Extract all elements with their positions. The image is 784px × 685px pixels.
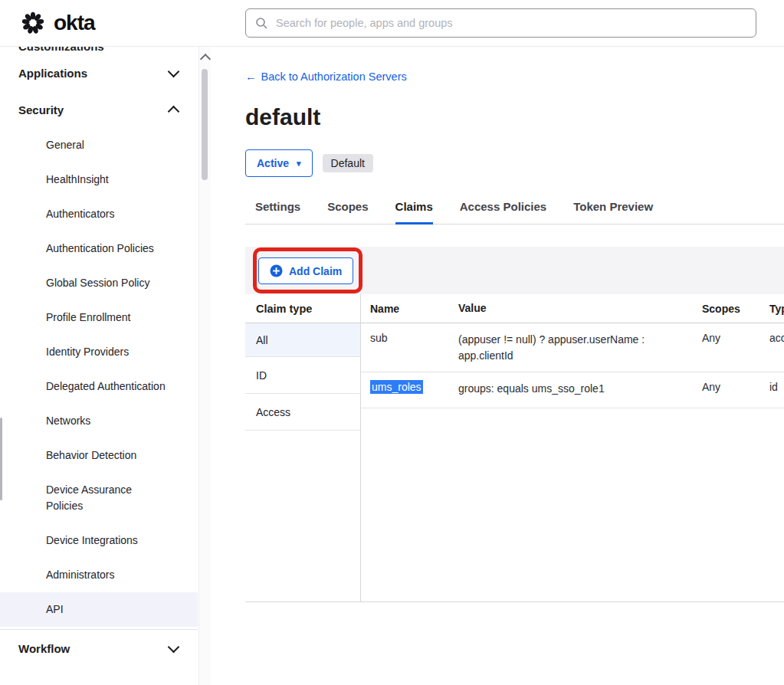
sidebar-item-label: HealthInsight: [46, 172, 109, 188]
claim-value: (appuser != null) ? appuser.userName : a…: [458, 332, 702, 364]
sidebar-section-workflow[interactable]: Workflow: [0, 629, 198, 667]
status-dropdown-button[interactable]: Active ▾: [245, 149, 313, 177]
claims-table: Name Value Scopes Typ sub (appuser != nu…: [361, 294, 784, 601]
sidebar-item-delegated-authentication[interactable]: Delegated Authentication: [0, 369, 198, 404]
okta-logo[interactable]: okta: [20, 10, 95, 36]
sidebar-item-device-integrations[interactable]: Device Integrations: [0, 523, 198, 558]
table-header: Name Value Scopes Typ: [361, 294, 784, 323]
okta-logo-text: okta: [54, 11, 95, 35]
claim-scopes: Any: [702, 381, 769, 393]
sidebar-scrollbar[interactable]: [198, 46, 211, 685]
sidebar-section-label: Workflow: [18, 642, 70, 655]
sidebar-item-label: Administrators: [46, 567, 114, 583]
global-search[interactable]: [245, 8, 756, 38]
sidebar-section-label: Applications: [18, 67, 87, 80]
search-input[interactable]: [274, 16, 746, 30]
search-icon: [255, 17, 267, 29]
sidebar-item-label: General: [46, 137, 84, 153]
main-content: ← Back to Authorization Servers default …: [245, 46, 784, 685]
column-scopes: Scopes: [702, 303, 769, 315]
back-link[interactable]: ← Back to Authorization Servers: [245, 70, 407, 83]
scrollbar-thumb[interactable]: [202, 69, 208, 180]
sidebar-item-behavior-detection[interactable]: Behavior Detection: [0, 438, 198, 473]
claim-type-panel: Claim type All ID Access: [245, 294, 361, 601]
sidebar-item-label: Authenticators: [46, 206, 115, 222]
chevron-down-icon: [168, 65, 180, 77]
sidebar-item-identity-providers[interactable]: Identity Providers: [0, 335, 198, 369]
status-row: Active ▾ Default: [245, 149, 373, 177]
sidebar-item-label: Device Integrations: [46, 533, 138, 549]
sidebar-item-label: API: [46, 601, 64, 618]
security-subnav: General HealthInsight Authenticators Aut…: [0, 128, 198, 627]
claim-type-id[interactable]: ID: [245, 357, 360, 394]
sidebar-item-profile-enrollment[interactable]: Profile Enrollment: [0, 300, 198, 335]
sidebar-item-label: Delegated Authentication: [46, 379, 166, 395]
sidebar-item-networks[interactable]: Networks: [0, 404, 198, 438]
caret-down-icon: ▾: [297, 159, 301, 169]
sidebar-item-label: Networks: [46, 413, 90, 429]
sidebar-item-label: Authentication Policies: [46, 241, 154, 257]
claim-value: groups: equals ums_sso_role1: [458, 381, 702, 397]
sidebar-item-label: Device Assurance Policies: [46, 482, 167, 514]
sidebar-item-label: Profile Enrollment: [46, 310, 131, 326]
topbar: okta: [0, 0, 784, 47]
claims-toolbar: Add Claim: [245, 247, 784, 294]
tab-bar: Settings Scopes Claims Access Policies T…: [245, 200, 784, 225]
page-scrollbar-artifact: [0, 418, 2, 500]
sidebar-item-device-assurance-policies[interactable]: Device Assurance Policies: [0, 473, 198, 523]
claim-type-header: Claim type: [245, 294, 360, 323]
okta-admin-screen: okta Customizations Applications Securit…: [0, 0, 784, 685]
plus-icon: [270, 264, 283, 277]
column-name: Name: [370, 303, 458, 315]
table-row[interactable]: ums_roles groups: equals ums_sso_role1 A…: [361, 372, 784, 408]
table-row[interactable]: sub (appuser != null) ? appuser.userName…: [361, 323, 784, 372]
back-arrow-icon: ←: [245, 70, 257, 83]
sidebar-item-api[interactable]: API: [0, 592, 198, 627]
sidebar-item-label: Global Session Policy: [46, 275, 149, 291]
default-badge: Default: [323, 154, 373, 172]
sidebar-section-applications[interactable]: Applications: [0, 54, 198, 91]
claim-scopes: Any: [702, 332, 769, 344]
add-claim-button[interactable]: Add Claim: [258, 257, 353, 284]
claim-name: ums_roles: [370, 381, 458, 393]
sidebar-item-administrators[interactable]: Administrators: [0, 558, 198, 592]
sidebar-item-general[interactable]: General: [0, 128, 198, 162]
selected-text-highlight: ums_roles: [370, 380, 423, 394]
back-link-label: Back to Authorization Servers: [261, 70, 407, 83]
tab-settings[interactable]: Settings: [255, 200, 300, 224]
sidebar-item-global-session-policy[interactable]: Global Session Policy: [0, 266, 198, 300]
chevron-up-icon: [168, 105, 180, 117]
claim-type-access[interactable]: Access: [245, 394, 360, 431]
okta-logo-icon: [20, 10, 46, 36]
claim-type-value: acc: [769, 332, 784, 344]
sidebar-section-security[interactable]: Security: [0, 91, 198, 128]
status-label: Active: [257, 157, 289, 169]
sidebar-item-customizations[interactable]: Customizations: [0, 46, 198, 54]
claim-name: sub: [370, 332, 458, 344]
add-claim-label: Add Claim: [289, 265, 342, 277]
claim-type-all[interactable]: All: [245, 323, 360, 357]
claim-type-value: id: [769, 381, 784, 393]
column-type: Typ: [769, 303, 784, 315]
sidebar-item-healthinsight[interactable]: HealthInsight: [0, 162, 198, 197]
tab-scopes[interactable]: Scopes: [327, 200, 368, 224]
sidebar-item-label: Identity Providers: [46, 344, 129, 360]
sidebar-item-authentication-policies[interactable]: Authentication Policies: [0, 231, 198, 266]
sidebar-item-label: Behavior Detection: [46, 447, 136, 464]
claims-content: Claim type All ID Access Name Value Scop…: [245, 294, 784, 602]
scrollbar-up-arrow-icon[interactable]: [199, 54, 210, 64]
column-value: Value: [458, 300, 702, 316]
page-title: default: [245, 103, 320, 132]
tab-access-policies[interactable]: Access Policies: [460, 200, 546, 224]
sidebar-section-label: Security: [18, 103, 64, 116]
sidebar: Customizations Applications Security Gen…: [0, 46, 198, 685]
tab-token-preview[interactable]: Token Preview: [573, 200, 653, 224]
tab-claims[interactable]: Claims: [395, 200, 433, 224]
chevron-down-icon: [168, 641, 180, 653]
sidebar-item-authenticators[interactable]: Authenticators: [0, 197, 198, 231]
